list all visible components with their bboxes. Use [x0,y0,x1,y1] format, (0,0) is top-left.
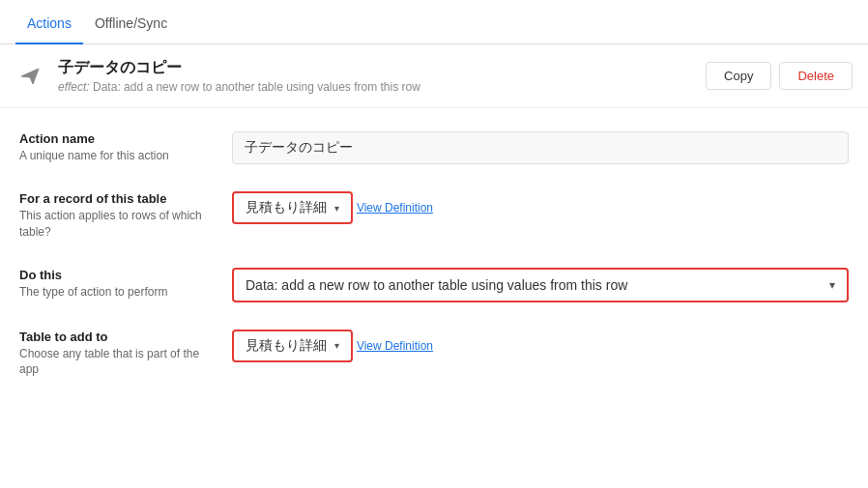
for-record-dropdown[interactable]: 見積もり詳細 ▾ [232,191,353,224]
for-record-label-col: For a record of this table This action a… [19,191,232,241]
action-buttons: Copy Delete [706,62,853,90]
do-this-label: Do this [19,268,217,282]
for-record-value: 見積もり詳細 [246,199,327,216]
table-to-add-view-definition[interactable]: View Definition [357,339,433,353]
do-this-chevron: ▾ [829,278,835,292]
do-this-sublabel: The type of action to perform [19,284,217,301]
table-to-add-row: Table to add to Choose any table that is… [19,330,849,379]
table-to-add-field-col: 見積もり詳細 ▾ View Definition [232,330,849,362]
action-name-label-col: Action name A unique name for this actio… [19,131,232,164]
table-to-add-chevron: ▾ [334,340,339,351]
table-to-add-label-col: Table to add to Choose any table that is… [19,330,232,379]
action-name-field-col [232,131,849,164]
do-this-dropdown[interactable]: Data: add a new row to another table usi… [232,268,849,302]
tab-actions[interactable]: Actions [15,0,83,44]
for-record-sublabel: This action applies to rows of which tab… [19,208,217,241]
effect-text: Data: add a new row to another table usi… [93,80,420,94]
table-to-add-sublabel: Choose any table that is part of the app [19,346,217,379]
delete-button[interactable]: Delete [779,62,853,90]
tab-bar: Actions Offline/Sync [0,0,868,44]
action-name-input[interactable] [232,131,849,164]
copy-button[interactable]: Copy [706,62,771,90]
action-title-area: 子データのコピー effect: Data: add a new row to … [58,58,706,94]
do-this-label-col: Do this The type of action to perform [19,268,232,301]
action-title: 子データのコピー [58,58,706,78]
tab-offline-sync[interactable]: Offline/Sync [83,0,179,44]
effect-label: effect: [58,80,90,94]
for-record-chevron: ▾ [334,203,339,214]
do-this-value: Data: add a new row to another table usi… [246,277,627,293]
action-name-row: Action name A unique name for this actio… [19,131,849,164]
for-record-label: For a record of this table [19,191,217,206]
action-icon [15,61,46,92]
action-name-label: Action name [19,131,217,146]
for-record-view-definition[interactable]: View Definition [357,201,433,215]
do-this-field-col: Data: add a new row to another table usi… [232,268,849,302]
table-to-add-label: Table to add to [19,330,217,344]
action-name-sublabel: A unique name for this action [19,148,217,164]
for-record-field-col: 見積もり詳細 ▾ View Definition [232,191,849,224]
do-this-row: Do this The type of action to perform Da… [19,268,849,302]
table-to-add-dropdown[interactable]: 見積もり詳細 ▾ [232,330,353,362]
action-header: 子データのコピー effect: Data: add a new row to … [0,44,868,108]
for-record-row: For a record of this table This action a… [19,191,849,241]
action-effect: effect: Data: add a new row to another t… [58,80,706,94]
table-to-add-value: 見積もり詳細 [246,337,327,355]
form-content: Action name A unique name for this actio… [0,108,868,428]
